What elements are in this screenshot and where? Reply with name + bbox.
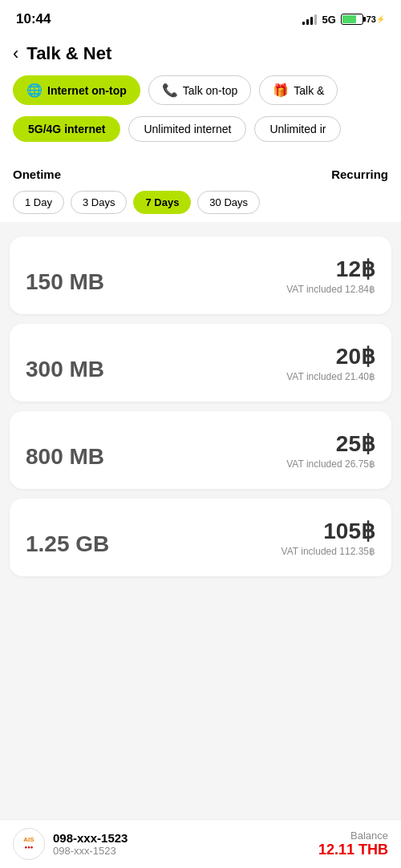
status-right: 5G 73 ⚡ — [302, 14, 385, 26]
package-1-data: 300 MB — [26, 357, 104, 382]
subtab-unlimited2-label: Unlimited ir — [269, 123, 326, 135]
package-3-price-block: 105฿ VAT included 112.35฿ — [282, 518, 375, 557]
internet-icon: 🌐 — [26, 83, 43, 98]
sub-tabs: 5G/4G internet Unlimited internet Unlimi… — [0, 116, 401, 155]
package-0-price-block: 12฿ VAT included 12.84฿ — [286, 256, 375, 295]
package-2-vat: VAT included 26.75฿ — [286, 458, 375, 470]
balance-amount: 12.11 THB — [318, 842, 388, 858]
tab-internet-on-top[interactable]: 🌐 Internet on-top — [13, 75, 140, 105]
period-7days[interactable]: 7 Days — [133, 191, 191, 214]
package-card-3[interactable]: 1.25 GB 105฿ VAT included 112.35฿ — [10, 499, 391, 576]
signal-bar-1 — [302, 22, 305, 25]
packages-list: 150 MB 12฿ VAT included 12.84฿ 300 MB 20… — [0, 228, 401, 584]
package-card-2[interactable]: 800 MB 25฿ VAT included 26.75฿ — [10, 411, 391, 489]
period-labels: Onetime Recurring — [13, 168, 388, 181]
package-2-data: 800 MB — [26, 444, 104, 470]
header: ‹ Talk & Net — [0, 35, 401, 75]
package-3-vat: VAT included 112.35฿ — [282, 546, 375, 557]
signal-bar-4 — [314, 14, 317, 25]
back-button[interactable]: ‹ — [13, 43, 18, 64]
signal-icon — [302, 14, 317, 25]
subtab-unlimited[interactable]: Unlimited internet — [128, 116, 246, 142]
signal-bar-2 — [306, 19, 309, 25]
subtab-unlimited2[interactable]: Unlimited ir — [254, 116, 341, 142]
package-1-price: 20฿ — [286, 343, 375, 369]
package-3-price: 105฿ — [282, 518, 375, 544]
recurring-label: Recurring — [331, 168, 388, 181]
tab-talk-n-label: Talk & — [294, 84, 324, 97]
subtab-5g4g-label: 5G/4G internet — [28, 123, 105, 135]
tab-talk-n[interactable]: 🎁 Talk & — [259, 75, 338, 105]
balance-label: Balance — [318, 830, 388, 842]
balance-block: Balance 12.11 THB — [318, 830, 388, 858]
period-section: Onetime Recurring 1 Day 3 Days 7 Days 30… — [0, 155, 401, 222]
account-numbers: 098-xxx-1523 098-xxx-1523 — [53, 831, 128, 857]
package-2-price-block: 25฿ VAT included 26.75฿ — [286, 430, 375, 470]
package-0-vat: VAT included 12.84฿ — [286, 284, 375, 295]
subtab-unlimited-label: Unlimited internet — [144, 123, 231, 135]
battery-fill — [342, 15, 357, 23]
status-time: 10:44 — [16, 11, 51, 27]
ais-logo: AIS●●● — [13, 828, 45, 860]
charging-icon: ⚡ — [376, 15, 385, 23]
account-info: AIS●●● 098-xxx-1523 098-xxx-1523 — [13, 828, 128, 860]
package-0-data: 150 MB — [26, 269, 104, 295]
tab-talk-on-top[interactable]: 📞 Talk on-top — [148, 75, 251, 105]
account-secondary-number: 098-xxx-1523 — [53, 845, 128, 857]
talk-icon: 📞 — [162, 83, 178, 98]
battery-container: 73 ⚡ — [341, 14, 385, 25]
period-30days[interactable]: 30 Days — [197, 191, 260, 214]
main-tabs: 🌐 Internet on-top 📞 Talk on-top 🎁 Talk & — [0, 75, 401, 116]
package-2-price: 25฿ — [286, 430, 375, 457]
subtab-5g4g[interactable]: 5G/4G internet — [13, 116, 120, 142]
package-1-vat: VAT included 21.40฿ — [286, 371, 375, 382]
onetime-label: Onetime — [13, 168, 61, 181]
page-title: Talk & Net — [26, 43, 111, 64]
tab-internet-label: Internet on-top — [47, 84, 127, 97]
gift-icon: 🎁 — [273, 83, 289, 98]
network-label: 5G — [322, 14, 335, 26]
account-primary-number: 098-xxx-1523 — [53, 831, 128, 845]
status-bar: 10:44 5G 73 ⚡ — [0, 0, 401, 35]
package-1-price-block: 20฿ VAT included 21.40฿ — [286, 343, 375, 382]
package-3-data: 1.25 GB — [26, 531, 109, 557]
package-0-price: 12฿ — [286, 256, 375, 282]
battery-pct: 73 — [367, 14, 376, 24]
period-buttons: 1 Day 3 Days 7 Days 30 Days — [13, 191, 388, 214]
period-3days[interactable]: 3 Days — [71, 191, 127, 214]
package-card-0[interactable]: 150 MB 12฿ VAT included 12.84฿ — [10, 236, 391, 314]
bottom-bar: AIS●●● 098-xxx-1523 098-xxx-1523 Balance… — [0, 819, 401, 868]
tab-talk-label: Talk on-top — [183, 84, 237, 97]
signal-bar-3 — [310, 17, 313, 25]
battery-icon — [341, 14, 363, 25]
package-card-1[interactable]: 300 MB 20฿ VAT included 21.40฿ — [10, 324, 391, 402]
period-1day[interactable]: 1 Day — [13, 191, 64, 214]
